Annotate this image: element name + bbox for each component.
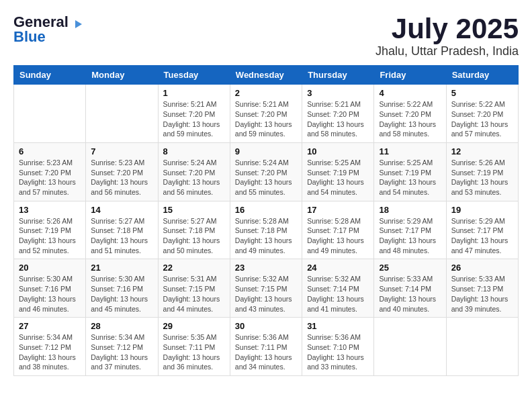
- day-number: 24: [307, 263, 369, 273]
- calendar-cell: 2Sunrise: 5:21 AM Sunset: 7:20 PM Daylig…: [230, 85, 302, 143]
- day-info: Sunrise: 5:26 AM Sunset: 7:19 PM Dayligh…: [19, 216, 81, 256]
- day-info: Sunrise: 5:22 AM Sunset: 7:20 PM Dayligh…: [379, 99, 441, 139]
- day-info: Sunrise: 5:32 AM Sunset: 7:15 PM Dayligh…: [235, 274, 297, 314]
- day-number: 11: [379, 146, 441, 156]
- day-info: Sunrise: 5:31 AM Sunset: 7:15 PM Dayligh…: [163, 274, 225, 314]
- day-number: 13: [19, 205, 81, 215]
- day-of-week-header: Wednesday: [230, 66, 302, 85]
- calendar-cell: [374, 318, 446, 376]
- calendar-cell: 13Sunrise: 5:26 AM Sunset: 7:19 PM Dayli…: [14, 201, 86, 259]
- day-info: Sunrise: 5:27 AM Sunset: 7:18 PM Dayligh…: [163, 216, 225, 256]
- day-info: Sunrise: 5:36 AM Sunset: 7:11 PM Dayligh…: [235, 332, 297, 372]
- calendar-cell: 19Sunrise: 5:29 AM Sunset: 7:17 PM Dayli…: [446, 201, 518, 259]
- calendar-cell: 1Sunrise: 5:21 AM Sunset: 7:20 PM Daylig…: [158, 85, 230, 143]
- month-title: July 2025: [375, 13, 519, 44]
- day-info: Sunrise: 5:29 AM Sunset: 7:17 PM Dayligh…: [451, 216, 513, 256]
- day-number: 8: [163, 146, 225, 156]
- day-number: 6: [19, 146, 81, 156]
- calendar-cell: [14, 85, 86, 143]
- day-info: Sunrise: 5:36 AM Sunset: 7:10 PM Dayligh…: [307, 332, 369, 372]
- day-info: Sunrise: 5:30 AM Sunset: 7:16 PM Dayligh…: [19, 274, 81, 314]
- day-info: Sunrise: 5:27 AM Sunset: 7:18 PM Dayligh…: [91, 216, 152, 256]
- day-number: 27: [19, 321, 81, 331]
- calendar-table: SundayMondayTuesdayWednesdayThursdayFrid…: [13, 65, 519, 376]
- day-info: Sunrise: 5:26 AM Sunset: 7:19 PM Dayligh…: [451, 158, 513, 197]
- calendar-cell: 29Sunrise: 5:35 AM Sunset: 7:11 PM Dayli…: [158, 318, 230, 376]
- location-title: Jhalu, Uttar Pradesh, India: [375, 44, 519, 58]
- day-number: 25: [379, 263, 441, 273]
- calendar-cell: 3Sunrise: 5:21 AM Sunset: 7:20 PM Daylig…: [302, 85, 374, 143]
- day-info: Sunrise: 5:35 AM Sunset: 7:11 PM Dayligh…: [163, 332, 225, 372]
- day-of-week-header: Sunday: [14, 66, 86, 85]
- day-info: Sunrise: 5:34 AM Sunset: 7:12 PM Dayligh…: [91, 332, 152, 372]
- calendar-cell: 10Sunrise: 5:25 AM Sunset: 7:19 PM Dayli…: [302, 142, 374, 201]
- day-info: Sunrise: 5:24 AM Sunset: 7:20 PM Dayligh…: [163, 158, 225, 197]
- day-number: 29: [163, 321, 225, 331]
- day-info: Sunrise: 5:25 AM Sunset: 7:19 PM Dayligh…: [379, 158, 441, 197]
- day-info: Sunrise: 5:23 AM Sunset: 7:20 PM Dayligh…: [91, 158, 152, 197]
- page-header: General Blue July 2025 Jhalu, Uttar Prad…: [13, 13, 519, 58]
- svg-marker-0: [75, 20, 82, 28]
- calendar-cell: [446, 318, 518, 376]
- day-number: 22: [163, 263, 225, 273]
- logo: General Blue: [13, 13, 83, 46]
- day-number: 2: [235, 88, 297, 98]
- calendar-cell: 22Sunrise: 5:31 AM Sunset: 7:15 PM Dayli…: [158, 259, 230, 318]
- day-of-week-header: Friday: [374, 66, 446, 85]
- calendar-week-row: 27Sunrise: 5:34 AM Sunset: 7:12 PM Dayli…: [14, 318, 519, 376]
- day-number: 16: [235, 205, 297, 215]
- calendar-cell: 30Sunrise: 5:36 AM Sunset: 7:11 PM Dayli…: [230, 318, 302, 376]
- day-number: 26: [451, 263, 513, 273]
- day-number: 15: [163, 205, 225, 215]
- calendar-header-row: SundayMondayTuesdayWednesdayThursdayFrid…: [14, 66, 519, 85]
- calendar-cell: 4Sunrise: 5:22 AM Sunset: 7:20 PM Daylig…: [374, 85, 446, 143]
- day-info: Sunrise: 5:23 AM Sunset: 7:20 PM Dayligh…: [19, 158, 81, 197]
- calendar-cell: 9Sunrise: 5:24 AM Sunset: 7:20 PM Daylig…: [230, 142, 302, 201]
- day-number: 28: [91, 321, 152, 331]
- calendar-cell: 24Sunrise: 5:32 AM Sunset: 7:14 PM Dayli…: [302, 259, 374, 318]
- day-info: Sunrise: 5:34 AM Sunset: 7:12 PM Dayligh…: [19, 332, 81, 372]
- day-number: 4: [379, 88, 441, 98]
- calendar-cell: 27Sunrise: 5:34 AM Sunset: 7:12 PM Dayli…: [14, 318, 86, 376]
- day-number: 30: [235, 321, 297, 331]
- day-of-week-header: Saturday: [446, 66, 518, 85]
- day-number: 31: [307, 321, 369, 331]
- day-of-week-header: Monday: [86, 66, 158, 85]
- logo-blue: Blue: [13, 28, 83, 46]
- calendar-cell: 8Sunrise: 5:24 AM Sunset: 7:20 PM Daylig…: [158, 142, 230, 201]
- calendar-cell: 16Sunrise: 5:28 AM Sunset: 7:18 PM Dayli…: [230, 201, 302, 259]
- calendar-cell: 11Sunrise: 5:25 AM Sunset: 7:19 PM Dayli…: [374, 142, 446, 201]
- calendar-cell: 31Sunrise: 5:36 AM Sunset: 7:10 PM Dayli…: [302, 318, 374, 376]
- calendar-cell: [86, 85, 158, 143]
- calendar-cell: 26Sunrise: 5:33 AM Sunset: 7:13 PM Dayli…: [446, 259, 518, 318]
- day-number: 10: [307, 146, 369, 156]
- day-info: Sunrise: 5:33 AM Sunset: 7:13 PM Dayligh…: [451, 274, 513, 314]
- calendar-week-row: 1Sunrise: 5:21 AM Sunset: 7:20 PM Daylig…: [14, 85, 519, 143]
- day-info: Sunrise: 5:25 AM Sunset: 7:19 PM Dayligh…: [307, 158, 369, 197]
- day-info: Sunrise: 5:28 AM Sunset: 7:17 PM Dayligh…: [307, 216, 369, 256]
- calendar-cell: 14Sunrise: 5:27 AM Sunset: 7:18 PM Dayli…: [86, 201, 158, 259]
- title-block: July 2025 Jhalu, Uttar Pradesh, India: [375, 13, 519, 58]
- calendar-cell: 20Sunrise: 5:30 AM Sunset: 7:16 PM Dayli…: [14, 259, 86, 318]
- calendar-cell: 12Sunrise: 5:26 AM Sunset: 7:19 PM Dayli…: [446, 142, 518, 201]
- calendar-cell: 25Sunrise: 5:33 AM Sunset: 7:14 PM Dayli…: [374, 259, 446, 318]
- day-info: Sunrise: 5:33 AM Sunset: 7:14 PM Dayligh…: [379, 274, 441, 314]
- day-info: Sunrise: 5:21 AM Sunset: 7:20 PM Dayligh…: [163, 99, 225, 139]
- calendar-cell: 23Sunrise: 5:32 AM Sunset: 7:15 PM Dayli…: [230, 259, 302, 318]
- day-info: Sunrise: 5:30 AM Sunset: 7:16 PM Dayligh…: [91, 274, 152, 314]
- day-info: Sunrise: 5:28 AM Sunset: 7:18 PM Dayligh…: [235, 216, 297, 256]
- day-info: Sunrise: 5:21 AM Sunset: 7:20 PM Dayligh…: [307, 99, 369, 139]
- day-number: 7: [91, 146, 152, 156]
- calendar-cell: 17Sunrise: 5:28 AM Sunset: 7:17 PM Dayli…: [302, 201, 374, 259]
- calendar-cell: 28Sunrise: 5:34 AM Sunset: 7:12 PM Dayli…: [86, 318, 158, 376]
- day-number: 1: [163, 88, 225, 98]
- day-number: 9: [235, 146, 297, 156]
- day-info: Sunrise: 5:21 AM Sunset: 7:20 PM Dayligh…: [235, 99, 297, 139]
- day-number: 20: [19, 263, 81, 273]
- calendar-cell: 7Sunrise: 5:23 AM Sunset: 7:20 PM Daylig…: [86, 142, 158, 201]
- calendar-cell: 5Sunrise: 5:22 AM Sunset: 7:20 PM Daylig…: [446, 85, 518, 143]
- day-info: Sunrise: 5:29 AM Sunset: 7:17 PM Dayligh…: [379, 216, 441, 256]
- calendar-cell: 6Sunrise: 5:23 AM Sunset: 7:20 PM Daylig…: [14, 142, 86, 201]
- day-number: 17: [307, 205, 369, 215]
- day-number: 14: [91, 205, 152, 215]
